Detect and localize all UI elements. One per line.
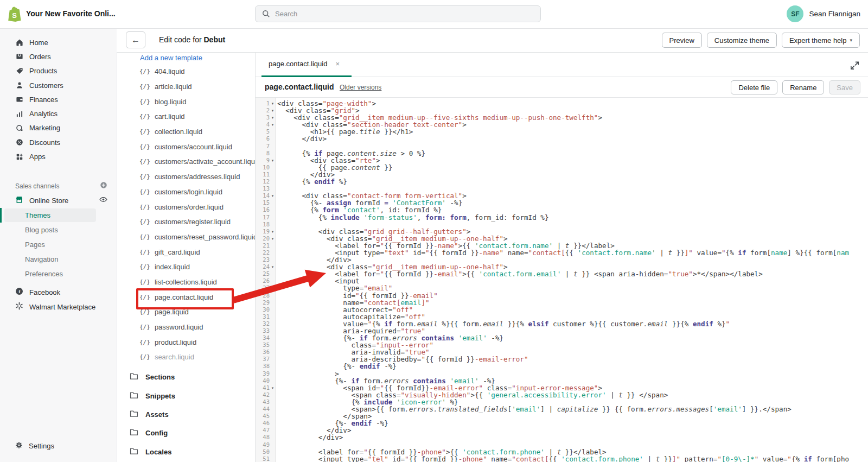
code-line-38[interactable]: 38 {%- endif -%} [256, 363, 868, 370]
sidebar-item-walmart-marketplace[interactable]: Walmart Marketplace [0, 300, 117, 314]
line-number: 41 [256, 384, 270, 391]
add-channel-icon[interactable] [99, 181, 108, 191]
fold-caret-icon[interactable]: ▾ [270, 100, 276, 107]
fold-spacer [270, 420, 276, 427]
expert-theme-help-button[interactable]: Expert theme help ▾ [782, 33, 860, 48]
file-item-label: blog.liquid [155, 98, 187, 106]
sidebar-item-label: Walmart Marketplace [29, 303, 95, 311]
file-item-customers-order-liquid[interactable]: {/}customers/order.liquid [117, 199, 255, 214]
eye-icon[interactable] [99, 195, 108, 206]
sidebar-item-orders[interactable]: Orders [0, 49, 117, 64]
code-line-5[interactable]: 5 <h1>{{ page.title }}</h1> [256, 128, 868, 135]
fold-caret-icon[interactable]: ▾ [270, 121, 276, 128]
code-line-11[interactable]: 11 </div> [256, 171, 868, 178]
chevron-down-icon: ▾ [850, 37, 852, 43]
delete-file-button[interactable]: Delete file [731, 80, 777, 94]
user-menu[interactable]: SF Sean Flannigan [787, 5, 860, 22]
customize-theme-button[interactable]: Customize theme [707, 33, 777, 48]
fold-caret-icon[interactable]: ▾ [270, 228, 276, 235]
line-number: 29 [256, 299, 270, 306]
file-item-404-liquid[interactable]: {/}404.liquid [117, 64, 255, 79]
file-item-password-liquid[interactable]: {/}password.liquid [117, 320, 255, 335]
folder-item-config[interactable]: Config [117, 424, 255, 442]
fold-caret-icon[interactable]: ▾ [270, 384, 276, 391]
file-item-customers-register-liquid[interactable]: {/}customers/register.liquid [117, 214, 255, 230]
sidebar-item-customers[interactable]: Customers [0, 78, 117, 92]
back-button[interactable]: ← [126, 31, 145, 48]
line-number: 17 [256, 214, 270, 221]
code-line-10[interactable]: 10 {{ page.content }} [256, 164, 868, 171]
file-item-customers-addresses-liquid[interactable]: {/}customers/addresses.liquid [117, 169, 255, 185]
rename-button[interactable]: Rename [782, 80, 824, 94]
tab-page-contact-liquid[interactable]: page.contact.liquid × [269, 52, 340, 75]
file-item-index-liquid[interactable]: {/}index.liquid [117, 260, 255, 275]
file-item-product-liquid[interactable]: {/}product.liquid [117, 334, 255, 350]
line-number: 8 [256, 150, 270, 157]
sidebar-item-settings[interactable]: Settings [0, 439, 117, 453]
add-template-link[interactable]: Add a new template [117, 52, 255, 64]
line-number: 24 [256, 263, 270, 270]
sidebar-item-pages[interactable]: Pages [0, 237, 117, 252]
line-number: 38 [256, 363, 270, 370]
fold-spacer [270, 448, 276, 455]
fold-caret-icon[interactable]: ▾ [270, 235, 276, 242]
save-button[interactable]: Save [829, 80, 860, 94]
sidebar-item-navigation[interactable]: Navigation [0, 252, 117, 267]
file-item-customers-login-liquid[interactable]: {/}customers/login.liquid [117, 185, 255, 200]
fold-caret-icon[interactable]: ▾ [270, 157, 276, 164]
channel-items: fFacebookWalmart Marketplace [0, 285, 117, 314]
file-item-customers-activate-account-liquid[interactable]: {/}customers/activate_account.liquid [117, 154, 255, 169]
fold-spacer [270, 406, 276, 413]
sidebar-item-label: Finances [29, 96, 58, 104]
expand-icon[interactable] [850, 60, 860, 71]
file-item-search-liquid[interactable]: {/}search.liquid [117, 350, 255, 365]
sidebar-item-finances[interactable]: Finances [0, 92, 117, 106]
sidebar-item-discounts[interactable]: Discounts [0, 135, 117, 149]
folder-item-snippets[interactable]: Snippets [117, 387, 255, 405]
file-item-cart-liquid[interactable]: {/}cart.liquid [117, 109, 255, 124]
code-line-48[interactable]: 48 </div> [256, 434, 868, 441]
fold-caret-icon[interactable]: ▾ [270, 107, 276, 114]
fold-caret-icon[interactable]: ▾ [270, 114, 276, 121]
sidebar-item-online-store[interactable]: Online Store [0, 193, 117, 208]
file-item-blog-liquid[interactable]: {/}blog.liquid [117, 94, 255, 109]
folder-item-label: Assets [145, 410, 169, 419]
liquid-file-icon: {/} [139, 173, 150, 180]
folder-item-locales[interactable]: Locales [117, 442, 255, 461]
sidebar-item-themes[interactable]: Themes [0, 208, 117, 223]
code-line-47[interactable]: 47 </div> [256, 427, 868, 434]
file-item-customers-account-liquid[interactable]: {/}customers/account.liquid [117, 139, 255, 154]
close-icon[interactable]: × [335, 60, 340, 68]
file-item-customers-reset-password-liquid[interactable]: {/}customers/reset_password.liquid [117, 230, 255, 245]
sidebar-item-label: Marketing [29, 124, 60, 132]
fold-spacer [270, 277, 276, 284]
sidebar-item-blog-posts[interactable]: Blog posts [0, 223, 117, 237]
file-item-collection-liquid[interactable]: {/}collection.liquid [117, 124, 255, 140]
code-area[interactable]: 1▾<div class="page-width">2▾ <div class=… [256, 98, 868, 462]
sidebar-item-analytics[interactable]: Analytics [0, 106, 117, 121]
fold-spacer [270, 270, 276, 277]
code-line-12[interactable]: 12 {% endif %} [256, 178, 868, 185]
sidebar-item-home[interactable]: Home [0, 35, 117, 49]
file-item-article-liquid[interactable]: {/}article.liquid [117, 79, 255, 94]
preview-button[interactable]: Preview [662, 33, 702, 48]
sidebar-item-apps[interactable]: Apps [0, 149, 117, 163]
folder-item-assets[interactable]: Assets [117, 405, 255, 423]
sidebar-item-marketing[interactable]: Marketing [0, 121, 117, 135]
sidebar-item-preferences[interactable]: Preferences [0, 267, 117, 281]
file-item-list-collections-liquid[interactable]: {/}list-collections.liquid [117, 275, 255, 290]
sidebar-item-products[interactable]: Products [0, 64, 117, 78]
folder-icon [129, 409, 139, 420]
code-line-6[interactable]: 6 </div> [256, 135, 868, 142]
code-line-51[interactable]: 51 <input type="tel" id="{{ formId }}-ph… [256, 455, 868, 462]
search-input[interactable]: Search [255, 5, 541, 22]
fold-caret-icon[interactable]: ▾ [270, 192, 276, 199]
code-line-17[interactable]: 17 {% include 'form-status', form: form,… [256, 214, 868, 221]
older-versions-link[interactable]: Older versions [340, 84, 381, 91]
folder-item-sections[interactable]: Sections [117, 368, 255, 387]
sidebar-item-facebook[interactable]: fFacebook [0, 285, 117, 300]
liquid-file-icon: {/} [139, 83, 150, 90]
file-item-gift-card-liquid[interactable]: {/}gift_card.liquid [117, 244, 255, 260]
fold-spacer [270, 413, 276, 420]
fold-caret-icon[interactable]: ▾ [270, 263, 276, 270]
